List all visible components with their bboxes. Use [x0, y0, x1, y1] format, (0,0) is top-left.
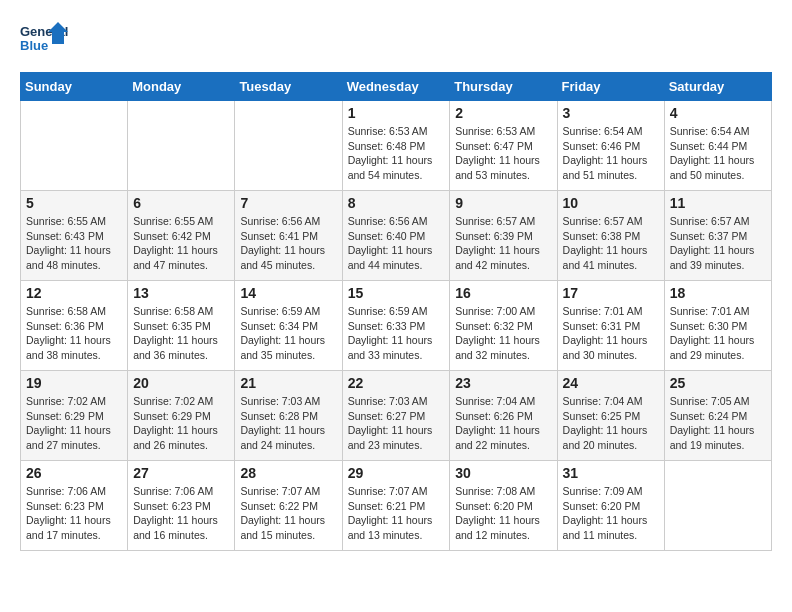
- day-info: Sunrise: 7:03 AMSunset: 6:27 PMDaylight:…: [348, 394, 445, 453]
- day-info: Sunrise: 6:58 AMSunset: 6:35 PMDaylight:…: [133, 304, 229, 363]
- weekday-header: Saturday: [664, 73, 771, 101]
- calendar-cell: 2Sunrise: 6:53 AMSunset: 6:47 PMDaylight…: [450, 101, 557, 191]
- day-number: 1: [348, 105, 445, 121]
- calendar-week: 12Sunrise: 6:58 AMSunset: 6:36 PMDayligh…: [21, 281, 772, 371]
- day-info: Sunrise: 6:54 AMSunset: 6:46 PMDaylight:…: [563, 124, 659, 183]
- day-info: Sunrise: 6:56 AMSunset: 6:41 PMDaylight:…: [240, 214, 336, 273]
- calendar-cell: 29Sunrise: 7:07 AMSunset: 6:21 PMDayligh…: [342, 461, 450, 551]
- day-info: Sunrise: 6:58 AMSunset: 6:36 PMDaylight:…: [26, 304, 122, 363]
- calendar-week: 1Sunrise: 6:53 AMSunset: 6:48 PMDaylight…: [21, 101, 772, 191]
- calendar-cell: 18Sunrise: 7:01 AMSunset: 6:30 PMDayligh…: [664, 281, 771, 371]
- day-number: 12: [26, 285, 122, 301]
- calendar-week: 26Sunrise: 7:06 AMSunset: 6:23 PMDayligh…: [21, 461, 772, 551]
- calendar-cell: 22Sunrise: 7:03 AMSunset: 6:27 PMDayligh…: [342, 371, 450, 461]
- day-info: Sunrise: 7:06 AMSunset: 6:23 PMDaylight:…: [133, 484, 229, 543]
- calendar-week: 5Sunrise: 6:55 AMSunset: 6:43 PMDaylight…: [21, 191, 772, 281]
- day-number: 13: [133, 285, 229, 301]
- calendar-header: SundayMondayTuesdayWednesdayThursdayFrid…: [21, 73, 772, 101]
- day-info: Sunrise: 7:08 AMSunset: 6:20 PMDaylight:…: [455, 484, 551, 543]
- day-info: Sunrise: 7:02 AMSunset: 6:29 PMDaylight:…: [133, 394, 229, 453]
- calendar-cell: 9Sunrise: 6:57 AMSunset: 6:39 PMDaylight…: [450, 191, 557, 281]
- day-info: Sunrise: 7:02 AMSunset: 6:29 PMDaylight:…: [26, 394, 122, 453]
- day-number: 23: [455, 375, 551, 391]
- day-number: 19: [26, 375, 122, 391]
- day-number: 11: [670, 195, 766, 211]
- day-info: Sunrise: 7:07 AMSunset: 6:22 PMDaylight:…: [240, 484, 336, 543]
- day-info: Sunrise: 6:54 AMSunset: 6:44 PMDaylight:…: [670, 124, 766, 183]
- calendar-cell: 13Sunrise: 6:58 AMSunset: 6:35 PMDayligh…: [128, 281, 235, 371]
- day-number: 4: [670, 105, 766, 121]
- day-number: 25: [670, 375, 766, 391]
- calendar-cell: [235, 101, 342, 191]
- day-info: Sunrise: 6:59 AMSunset: 6:34 PMDaylight:…: [240, 304, 336, 363]
- day-info: Sunrise: 6:57 AMSunset: 6:38 PMDaylight:…: [563, 214, 659, 273]
- calendar-cell: 6Sunrise: 6:55 AMSunset: 6:42 PMDaylight…: [128, 191, 235, 281]
- calendar-cell: 4Sunrise: 6:54 AMSunset: 6:44 PMDaylight…: [664, 101, 771, 191]
- day-number: 8: [348, 195, 445, 211]
- calendar-cell: [128, 101, 235, 191]
- day-number: 6: [133, 195, 229, 211]
- day-info: Sunrise: 7:05 AMSunset: 6:24 PMDaylight:…: [670, 394, 766, 453]
- day-info: Sunrise: 6:53 AMSunset: 6:47 PMDaylight:…: [455, 124, 551, 183]
- calendar-cell: 1Sunrise: 6:53 AMSunset: 6:48 PMDaylight…: [342, 101, 450, 191]
- day-number: 18: [670, 285, 766, 301]
- calendar-cell: 31Sunrise: 7:09 AMSunset: 6:20 PMDayligh…: [557, 461, 664, 551]
- calendar-cell: 15Sunrise: 6:59 AMSunset: 6:33 PMDayligh…: [342, 281, 450, 371]
- day-number: 31: [563, 465, 659, 481]
- day-info: Sunrise: 6:53 AMSunset: 6:48 PMDaylight:…: [348, 124, 445, 183]
- day-info: Sunrise: 7:01 AMSunset: 6:31 PMDaylight:…: [563, 304, 659, 363]
- day-number: 15: [348, 285, 445, 301]
- day-number: 26: [26, 465, 122, 481]
- day-number: 14: [240, 285, 336, 301]
- day-number: 5: [26, 195, 122, 211]
- day-number: 10: [563, 195, 659, 211]
- day-info: Sunrise: 7:04 AMSunset: 6:25 PMDaylight:…: [563, 394, 659, 453]
- day-info: Sunrise: 7:04 AMSunset: 6:26 PMDaylight:…: [455, 394, 551, 453]
- day-info: Sunrise: 7:07 AMSunset: 6:21 PMDaylight:…: [348, 484, 445, 543]
- calendar-cell: 5Sunrise: 6:55 AMSunset: 6:43 PMDaylight…: [21, 191, 128, 281]
- logo: General Blue: [20, 20, 70, 62]
- day-number: 9: [455, 195, 551, 211]
- calendar-cell: 24Sunrise: 7:04 AMSunset: 6:25 PMDayligh…: [557, 371, 664, 461]
- day-info: Sunrise: 6:57 AMSunset: 6:37 PMDaylight:…: [670, 214, 766, 273]
- day-number: 17: [563, 285, 659, 301]
- weekday-header: Sunday: [21, 73, 128, 101]
- calendar-cell: 7Sunrise: 6:56 AMSunset: 6:41 PMDaylight…: [235, 191, 342, 281]
- calendar-week: 19Sunrise: 7:02 AMSunset: 6:29 PMDayligh…: [21, 371, 772, 461]
- logo-svg: General Blue: [20, 20, 70, 62]
- day-info: Sunrise: 6:56 AMSunset: 6:40 PMDaylight:…: [348, 214, 445, 273]
- weekday-header: Friday: [557, 73, 664, 101]
- day-number: 29: [348, 465, 445, 481]
- day-info: Sunrise: 7:03 AMSunset: 6:28 PMDaylight:…: [240, 394, 336, 453]
- day-info: Sunrise: 6:57 AMSunset: 6:39 PMDaylight:…: [455, 214, 551, 273]
- calendar-cell: 3Sunrise: 6:54 AMSunset: 6:46 PMDaylight…: [557, 101, 664, 191]
- calendar-cell: 17Sunrise: 7:01 AMSunset: 6:31 PMDayligh…: [557, 281, 664, 371]
- weekday-header: Wednesday: [342, 73, 450, 101]
- day-info: Sunrise: 6:55 AMSunset: 6:42 PMDaylight:…: [133, 214, 229, 273]
- calendar-cell: 27Sunrise: 7:06 AMSunset: 6:23 PMDayligh…: [128, 461, 235, 551]
- day-info: Sunrise: 7:06 AMSunset: 6:23 PMDaylight:…: [26, 484, 122, 543]
- day-number: 3: [563, 105, 659, 121]
- day-info: Sunrise: 7:00 AMSunset: 6:32 PMDaylight:…: [455, 304, 551, 363]
- calendar-cell: 10Sunrise: 6:57 AMSunset: 6:38 PMDayligh…: [557, 191, 664, 281]
- calendar-cell: 26Sunrise: 7:06 AMSunset: 6:23 PMDayligh…: [21, 461, 128, 551]
- calendar-cell: 23Sunrise: 7:04 AMSunset: 6:26 PMDayligh…: [450, 371, 557, 461]
- calendar-cell: 8Sunrise: 6:56 AMSunset: 6:40 PMDaylight…: [342, 191, 450, 281]
- calendar-cell: 12Sunrise: 6:58 AMSunset: 6:36 PMDayligh…: [21, 281, 128, 371]
- day-number: 20: [133, 375, 229, 391]
- day-number: 7: [240, 195, 336, 211]
- calendar-cell: 16Sunrise: 7:00 AMSunset: 6:32 PMDayligh…: [450, 281, 557, 371]
- day-number: 16: [455, 285, 551, 301]
- calendar-cell: [21, 101, 128, 191]
- weekday-header: Thursday: [450, 73, 557, 101]
- calendar-cell: 21Sunrise: 7:03 AMSunset: 6:28 PMDayligh…: [235, 371, 342, 461]
- weekday-header: Monday: [128, 73, 235, 101]
- calendar-cell: 20Sunrise: 7:02 AMSunset: 6:29 PMDayligh…: [128, 371, 235, 461]
- calendar-cell: 14Sunrise: 6:59 AMSunset: 6:34 PMDayligh…: [235, 281, 342, 371]
- day-info: Sunrise: 6:59 AMSunset: 6:33 PMDaylight:…: [348, 304, 445, 363]
- calendar-cell: 28Sunrise: 7:07 AMSunset: 6:22 PMDayligh…: [235, 461, 342, 551]
- day-number: 28: [240, 465, 336, 481]
- day-number: 24: [563, 375, 659, 391]
- weekday-header: Tuesday: [235, 73, 342, 101]
- day-info: Sunrise: 7:09 AMSunset: 6:20 PMDaylight:…: [563, 484, 659, 543]
